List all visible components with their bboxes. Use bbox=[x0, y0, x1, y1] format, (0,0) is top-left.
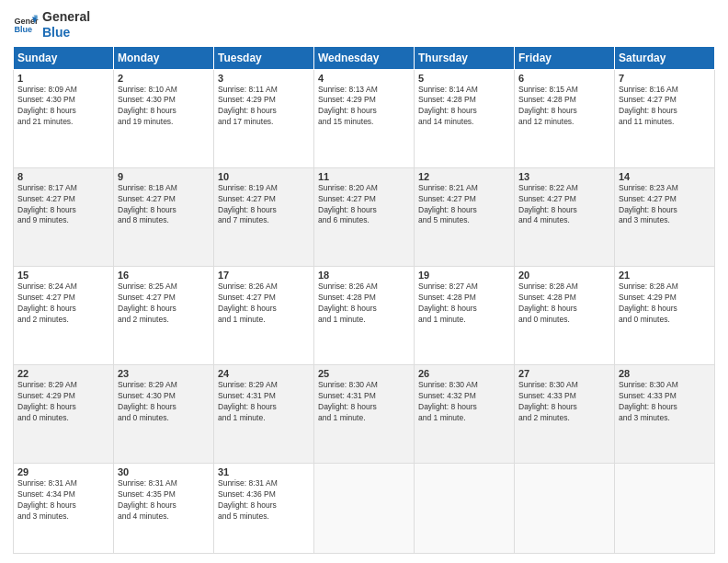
day-number: 29 bbox=[17, 466, 109, 477]
day-info: Sunrise: 8:27 AM Sunset: 4:28 PM Dayligh… bbox=[418, 282, 510, 326]
day-info: Sunrise: 8:30 AM Sunset: 4:31 PM Dayligh… bbox=[318, 380, 410, 424]
calendar-cell: 25Sunrise: 8:30 AM Sunset: 4:31 PM Dayli… bbox=[314, 365, 415, 464]
day-number: 18 bbox=[318, 270, 410, 281]
day-info: Sunrise: 8:23 AM Sunset: 4:27 PM Dayligh… bbox=[619, 183, 711, 227]
calendar-cell: 22Sunrise: 8:29 AM Sunset: 4:29 PM Dayli… bbox=[14, 365, 114, 464]
svg-text:Blue: Blue bbox=[14, 25, 32, 34]
day-number: 23 bbox=[118, 368, 210, 379]
calendar-cell bbox=[415, 464, 515, 554]
calendar-cell: 29Sunrise: 8:31 AM Sunset: 4:34 PM Dayli… bbox=[14, 464, 114, 554]
calendar-cell: 31Sunrise: 8:31 AM Sunset: 4:36 PM Dayli… bbox=[214, 464, 314, 554]
day-number: 15 bbox=[17, 270, 109, 281]
day-number: 24 bbox=[218, 368, 310, 379]
calendar-cell: 7Sunrise: 8:16 AM Sunset: 4:27 PM Daylig… bbox=[615, 69, 715, 167]
logo: General Blue General Blue bbox=[13, 9, 90, 40]
day-header-thursday: Thursday bbox=[415, 46, 515, 69]
day-number: 26 bbox=[418, 368, 510, 379]
day-number: 30 bbox=[118, 466, 210, 477]
day-number: 13 bbox=[518, 171, 610, 182]
day-info: Sunrise: 8:29 AM Sunset: 4:30 PM Dayligh… bbox=[118, 380, 210, 424]
day-number: 7 bbox=[619, 73, 711, 84]
day-number: 14 bbox=[619, 171, 711, 182]
calendar-cell: 20Sunrise: 8:28 AM Sunset: 4:28 PM Dayli… bbox=[515, 267, 615, 365]
day-number: 22 bbox=[17, 368, 109, 379]
calendar-cell: 27Sunrise: 8:30 AM Sunset: 4:33 PM Dayli… bbox=[515, 365, 615, 464]
day-number: 17 bbox=[218, 270, 310, 281]
calendar-cell: 26Sunrise: 8:30 AM Sunset: 4:32 PM Dayli… bbox=[415, 365, 515, 464]
calendar-cell: 3Sunrise: 8:11 AM Sunset: 4:29 PM Daylig… bbox=[214, 69, 314, 167]
day-header-sunday: Sunday bbox=[14, 46, 114, 69]
calendar-cell: 23Sunrise: 8:29 AM Sunset: 4:30 PM Dayli… bbox=[114, 365, 214, 464]
day-info: Sunrise: 8:13 AM Sunset: 4:29 PM Dayligh… bbox=[318, 85, 410, 129]
calendar-cell: 24Sunrise: 8:29 AM Sunset: 4:31 PM Dayli… bbox=[214, 365, 314, 464]
day-number: 10 bbox=[218, 171, 310, 182]
day-number: 20 bbox=[518, 270, 610, 281]
day-number: 8 bbox=[17, 171, 109, 182]
calendar-cell: 2Sunrise: 8:10 AM Sunset: 4:30 PM Daylig… bbox=[114, 69, 214, 167]
day-info: Sunrise: 8:28 AM Sunset: 4:29 PM Dayligh… bbox=[619, 282, 711, 326]
day-info: Sunrise: 8:22 AM Sunset: 4:27 PM Dayligh… bbox=[518, 183, 610, 227]
calendar-cell: 1Sunrise: 8:09 AM Sunset: 4:30 PM Daylig… bbox=[14, 69, 114, 167]
day-number: 6 bbox=[518, 73, 610, 84]
day-info: Sunrise: 8:25 AM Sunset: 4:27 PM Dayligh… bbox=[118, 282, 210, 326]
day-info: Sunrise: 8:30 AM Sunset: 4:33 PM Dayligh… bbox=[518, 380, 610, 424]
calendar-cell: 17Sunrise: 8:26 AM Sunset: 4:27 PM Dayli… bbox=[214, 267, 314, 365]
day-number: 1 bbox=[17, 73, 109, 84]
day-number: 28 bbox=[619, 368, 711, 379]
day-header-friday: Friday bbox=[515, 46, 615, 69]
calendar-cell: 14Sunrise: 8:23 AM Sunset: 4:27 PM Dayli… bbox=[615, 167, 715, 266]
day-info: Sunrise: 8:18 AM Sunset: 4:27 PM Dayligh… bbox=[118, 183, 210, 227]
day-number: 31 bbox=[218, 466, 310, 477]
day-info: Sunrise: 8:09 AM Sunset: 4:30 PM Dayligh… bbox=[17, 85, 109, 129]
day-info: Sunrise: 8:26 AM Sunset: 4:28 PM Dayligh… bbox=[318, 282, 410, 326]
calendar-cell: 16Sunrise: 8:25 AM Sunset: 4:27 PM Dayli… bbox=[114, 267, 214, 365]
calendar-cell: 12Sunrise: 8:21 AM Sunset: 4:27 PM Dayli… bbox=[415, 167, 515, 266]
day-number: 11 bbox=[318, 171, 410, 182]
day-info: Sunrise: 8:30 AM Sunset: 4:33 PM Dayligh… bbox=[619, 380, 711, 424]
calendar-cell: 13Sunrise: 8:22 AM Sunset: 4:27 PM Dayli… bbox=[515, 167, 615, 266]
day-info: Sunrise: 8:10 AM Sunset: 4:30 PM Dayligh… bbox=[118, 85, 210, 129]
day-number: 2 bbox=[118, 73, 210, 84]
logo-text: General Blue bbox=[42, 9, 90, 40]
logo-icon: General Blue bbox=[13, 12, 39, 38]
day-info: Sunrise: 8:29 AM Sunset: 4:29 PM Dayligh… bbox=[17, 380, 109, 424]
day-info: Sunrise: 8:15 AM Sunset: 4:28 PM Dayligh… bbox=[518, 85, 610, 129]
calendar-cell: 28Sunrise: 8:30 AM Sunset: 4:33 PM Dayli… bbox=[615, 365, 715, 464]
day-number: 9 bbox=[118, 171, 210, 182]
day-info: Sunrise: 8:29 AM Sunset: 4:31 PM Dayligh… bbox=[218, 380, 310, 424]
day-number: 3 bbox=[218, 73, 310, 84]
day-number: 27 bbox=[518, 368, 610, 379]
day-info: Sunrise: 8:31 AM Sunset: 4:36 PM Dayligh… bbox=[218, 478, 310, 523]
calendar: SundayMondayTuesdayWednesdayThursdayFrid… bbox=[13, 46, 715, 554]
calendar-cell bbox=[314, 464, 415, 554]
day-header-saturday: Saturday bbox=[615, 46, 715, 69]
day-info: Sunrise: 8:17 AM Sunset: 4:27 PM Dayligh… bbox=[17, 183, 109, 227]
calendar-cell: 15Sunrise: 8:24 AM Sunset: 4:27 PM Dayli… bbox=[14, 267, 114, 365]
calendar-cell: 9Sunrise: 8:18 AM Sunset: 4:27 PM Daylig… bbox=[114, 167, 214, 266]
calendar-cell: 4Sunrise: 8:13 AM Sunset: 4:29 PM Daylig… bbox=[314, 69, 415, 167]
day-number: 4 bbox=[318, 73, 410, 84]
calendar-cell: 18Sunrise: 8:26 AM Sunset: 4:28 PM Dayli… bbox=[314, 267, 415, 365]
day-number: 5 bbox=[418, 73, 510, 84]
day-header-monday: Monday bbox=[114, 46, 214, 69]
calendar-cell: 19Sunrise: 8:27 AM Sunset: 4:28 PM Dayli… bbox=[415, 267, 515, 365]
day-number: 19 bbox=[418, 270, 510, 281]
day-info: Sunrise: 8:28 AM Sunset: 4:28 PM Dayligh… bbox=[518, 282, 610, 326]
day-header-wednesday: Wednesday bbox=[314, 46, 415, 69]
calendar-cell bbox=[515, 464, 615, 554]
day-info: Sunrise: 8:11 AM Sunset: 4:29 PM Dayligh… bbox=[218, 85, 310, 129]
day-info: Sunrise: 8:19 AM Sunset: 4:27 PM Dayligh… bbox=[218, 183, 310, 227]
page: General Blue General Blue SundayMondayTu… bbox=[0, 0, 728, 563]
day-number: 16 bbox=[118, 270, 210, 281]
calendar-cell: 21Sunrise: 8:28 AM Sunset: 4:29 PM Dayli… bbox=[615, 267, 715, 365]
day-info: Sunrise: 8:21 AM Sunset: 4:27 PM Dayligh… bbox=[418, 183, 510, 227]
calendar-cell: 10Sunrise: 8:19 AM Sunset: 4:27 PM Dayli… bbox=[214, 167, 314, 266]
day-info: Sunrise: 8:30 AM Sunset: 4:32 PM Dayligh… bbox=[418, 380, 510, 424]
day-number: 25 bbox=[318, 368, 410, 379]
day-info: Sunrise: 8:31 AM Sunset: 4:35 PM Dayligh… bbox=[118, 478, 210, 523]
day-info: Sunrise: 8:14 AM Sunset: 4:28 PM Dayligh… bbox=[418, 85, 510, 129]
day-info: Sunrise: 8:31 AM Sunset: 4:34 PM Dayligh… bbox=[17, 478, 109, 523]
day-header-tuesday: Tuesday bbox=[214, 46, 314, 69]
header: General Blue General Blue bbox=[13, 9, 715, 40]
day-number: 21 bbox=[619, 270, 711, 281]
